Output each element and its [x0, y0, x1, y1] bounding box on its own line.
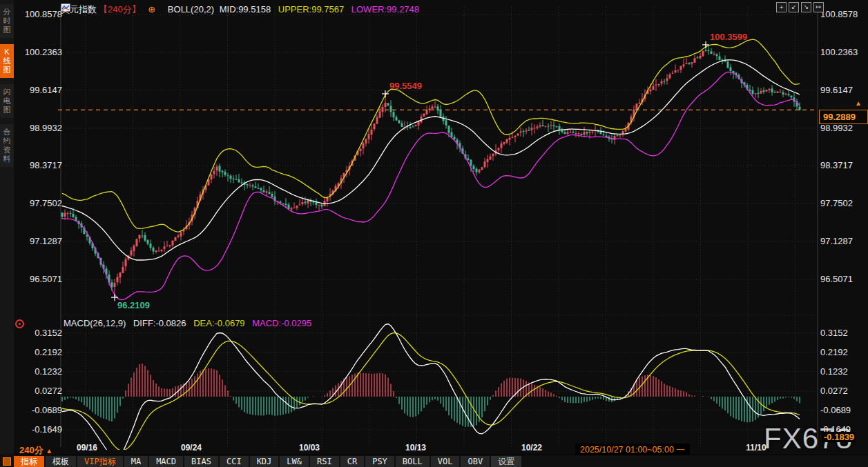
- toolbar-button-ma[interactable]: MA: [124, 456, 148, 467]
- toolbar-button-设置[interactable]: 设置: [491, 456, 521, 467]
- toolbar-button-macd[interactable]: MACD: [149, 456, 183, 467]
- price-up-arrow-icon: ▲: [855, 99, 862, 107]
- toolbar-button-kdj[interactable]: KDJ: [250, 456, 279, 467]
- macd-axis-label-right: -0.0689: [820, 406, 851, 415]
- toolbar-button-rsi[interactable]: RSI: [310, 456, 339, 467]
- boll-label: BOLL(20,2): [168, 4, 214, 14]
- y-axis-label-left: 100.2363: [18, 48, 62, 57]
- chart-scale-right-icon[interactable]: ↘: [801, 2, 811, 12]
- toolbar-button-cr[interactable]: CR: [340, 456, 364, 467]
- macd-axis-label-right: 0.0272: [820, 386, 848, 396]
- sidebar-tab-1[interactable]: 分时图: [0, 4, 14, 38]
- y-axis-label-right: 99.6147: [820, 86, 853, 95]
- y-axis-label-right: 97.7502: [820, 199, 853, 208]
- chart-header: 美元指数【240分】 ⊕ BOLL(20,2) MID:99.5158 UPPE…: [61, 3, 424, 16]
- macd-title: MACD(26,12,9): [64, 318, 126, 328]
- current-macd-box: -0.1839: [822, 432, 856, 442]
- y-axis-label-right: 98.3717: [820, 161, 853, 170]
- macd-dea-value: DEA:-0.0679: [193, 318, 244, 328]
- macd-axis-label-left: -0.0689: [18, 406, 62, 415]
- period-dropdown-arrow-icon: ▲: [46, 447, 52, 455]
- toolbar-expand-icon[interactable]: [3, 457, 11, 466]
- boll-upper-value: UPPER:99.7567: [278, 4, 344, 14]
- macd-header: MACD(26,12,9) DIFF:-0.0826 DEA:-0.0679 M…: [64, 318, 316, 328]
- window-buttons: ＋↙↘↦: [776, 2, 824, 12]
- y-axis-label-left: 96.5071: [18, 275, 62, 284]
- sidebar-tab-4[interactable]: 合约资料: [0, 124, 14, 167]
- y-axis-label-left: 98.3717: [18, 161, 62, 170]
- sidebar-tab-2[interactable]: K线图: [0, 44, 14, 78]
- x-axis-date-label: 09/24: [171, 443, 212, 453]
- x-axis-date-label: 10/13: [395, 443, 436, 453]
- macd-axis-label-right: 0.2192: [820, 348, 848, 357]
- macd-macd-value: MACD:-0.0295: [252, 318, 311, 328]
- panel-collapse-icon[interactable]: ↦: [813, 2, 824, 12]
- y-axis-label-left: 97.7502: [18, 199, 62, 208]
- chart-scale-left-icon[interactable]: ↙: [789, 2, 799, 12]
- toolbar-button-boll[interactable]: BOLL: [396, 456, 430, 467]
- toolbar-button-模板[interactable]: 模板: [46, 456, 76, 467]
- current-price-box: 99.2889: [819, 110, 868, 124]
- macd-axis-label-left: 0.0272: [18, 386, 62, 396]
- toolbar-button-指标[interactable]: 指标: [14, 456, 44, 467]
- period-badge: 【240分】: [99, 4, 141, 14]
- y-axis-label-left: 98.9932: [18, 123, 62, 133]
- sidebar: 分时图K线图闪电图合约资料: [0, 0, 14, 467]
- toolbar-button-bias[interactable]: BIAS: [184, 456, 218, 467]
- indicator-toolbar: 指标模板VIP指标MAMACDBIASCCIKDJLW&RSICRPSYBOLL…: [0, 455, 868, 467]
- toolbar-button-vip指标[interactable]: VIP指标: [77, 456, 123, 467]
- macd-diff-value: DIFF:-0.0826: [133, 318, 186, 328]
- y-axis-label-right: 98.9932: [820, 123, 853, 133]
- y-axis-label-right: 100.8578: [820, 10, 858, 19]
- axis-overlay: 100.8578100.8578100.2363100.236399.61479…: [0, 0, 868, 467]
- macd-axis-label-left: -0.1649: [18, 425, 62, 435]
- toolbar-button-obv[interactable]: OBV: [461, 456, 490, 467]
- macd-axis-label-left: 0.2192: [18, 348, 62, 357]
- toolbar-button-cci[interactable]: CCI: [220, 456, 249, 467]
- boll-lower-value: LOWER:99.2748: [351, 4, 419, 14]
- macd-axis-label-right: 0.3152: [820, 328, 848, 338]
- macd-axis-label-left: 0.3152: [18, 328, 62, 338]
- macd-axis-label-right: 0.1232: [820, 367, 848, 377]
- y-axis-label-left: 100.8578: [18, 10, 62, 19]
- toolbar-button-lw&[interactable]: LW&: [280, 456, 309, 467]
- y-axis-label-right: 96.5071: [820, 275, 853, 284]
- circle-plus-icon[interactable]: ⊕: [148, 4, 155, 14]
- x-axis-date-label: 11/10: [735, 443, 777, 453]
- y-axis-label-right: 97.1287: [820, 237, 853, 246]
- x-axis-date-label: 10/03: [289, 443, 330, 453]
- y-axis-label-left: 97.1287: [18, 237, 62, 246]
- y-axis-label-left: 99.6147: [18, 86, 62, 95]
- toolbar-button-vol[interactable]: VOL: [431, 456, 460, 467]
- toolbar-button-psy[interactable]: PSY: [365, 456, 394, 467]
- crosshair-icon[interactable]: ＋: [776, 2, 787, 12]
- macd-axis-label-left: 0.1232: [18, 367, 62, 377]
- sidebar-tab-3[interactable]: 闪电图: [0, 84, 14, 118]
- y-axis-label-right: 100.2363: [820, 48, 858, 57]
- boll-mid-value: MID:99.5158: [220, 4, 271, 14]
- x-axis-date-label: 10/22: [511, 443, 552, 453]
- x-axis-date-label: 09/16: [66, 443, 108, 453]
- macd-indicator-icon[interactable]: [15, 319, 24, 328]
